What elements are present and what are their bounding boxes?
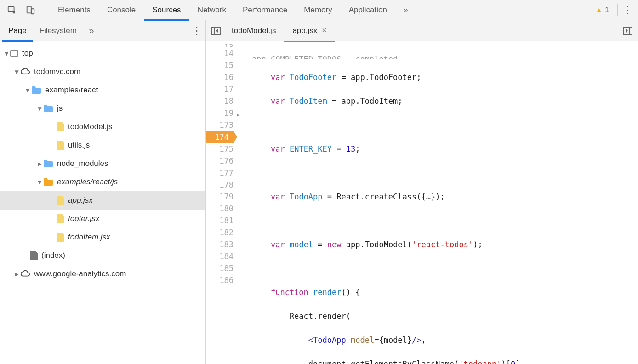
tab-performance[interactable]: Performance	[234, 0, 296, 20]
warning-icon: ▲	[595, 6, 603, 14]
code-content[interactable]: app.COMPLETED_TODOS completed , var Todo…	[242, 41, 638, 364]
svg-rect-2	[31, 9, 34, 14]
tree-label: js	[57, 104, 63, 113]
kebab-menu-icon[interactable]: ⋮	[621, 4, 634, 16]
line-number[interactable]: 15	[206, 59, 234, 71]
folder-icon	[31, 85, 41, 95]
toggle-navigator-icon[interactable]	[209, 23, 223, 38]
editor-tab-strip: todoModel.js app.jsx ×	[206, 20, 638, 41]
tree-node-file[interactable]: todoItem.jsx	[0, 228, 205, 246]
line-number[interactable]: 16	[206, 71, 234, 83]
line-number[interactable]: 182	[206, 227, 234, 239]
tree-node-folder[interactable]: ▾ examples/react	[0, 81, 205, 99]
tree-node-domain[interactable]: ▾ todomvc.com	[0, 63, 205, 81]
line-number[interactable]: 184	[206, 250, 234, 262]
code-line: var TodoItem = app.TodoItem;	[252, 95, 638, 107]
file-tab-label: todoModel.js	[232, 26, 276, 35]
expand-icon[interactable]: ▾	[36, 104, 43, 114]
tab-sources[interactable]: Sources	[144, 0, 189, 20]
sidebar-tab-filesystem[interactable]: Filesystem	[33, 20, 83, 41]
tree-node-file[interactable]: app.jsx	[0, 191, 205, 210]
file-tab[interactable]: app.jsx ×	[284, 20, 335, 41]
tree-node-file[interactable]: (index)	[0, 246, 205, 265]
line-number-breakpoint[interactable]: 174	[206, 131, 237, 143]
tab-network[interactable]: Network	[189, 0, 234, 20]
code-line: var ENTER_KEY = 13;	[252, 143, 638, 155]
tab-application[interactable]: Application	[341, 0, 395, 20]
tree-node-top[interactable]: ▾ top	[0, 44, 205, 63]
editor-area: todoModel.js app.jsx × 13 14 15 16 17 18…	[206, 20, 638, 364]
more-tabs-chevron-icon[interactable]: »	[395, 0, 416, 20]
inspect-element-icon[interactable]	[4, 2, 20, 18]
file-icon	[57, 214, 64, 223]
sidebar-more-chevron-icon[interactable]: »	[83, 25, 100, 36]
expand-icon[interactable]: ▾	[36, 177, 43, 187]
line-number[interactable]: 181	[206, 215, 234, 227]
line-number[interactable]: 176	[206, 155, 234, 167]
code-editor[interactable]: 13 14 15 16 17 18 19▸ 173 174 175 176 17…	[206, 41, 638, 364]
frame-icon	[10, 50, 18, 57]
toggle-debugger-icon[interactable]	[621, 23, 635, 38]
line-number[interactable]: 17	[206, 83, 234, 95]
code-line: document.getElementsByClassName('todoapp…	[252, 358, 638, 364]
line-number[interactable]: 13	[206, 41, 234, 47]
file-tab-label: app.jsx	[292, 26, 317, 35]
tree-label: (index)	[41, 251, 65, 260]
line-number[interactable]: 185	[206, 262, 234, 274]
expand-icon[interactable]: ▾	[3, 49, 10, 58]
tree-node-folder[interactable]: ▸ node_modules	[0, 154, 205, 173]
main-panel-tabs: Elements Console Sources Network Perform…	[50, 0, 416, 20]
sidebar-tab-strip: Page Filesystem » ⋮	[0, 20, 205, 41]
cloud-icon	[20, 269, 30, 279]
tree-label: footer.jsx	[68, 214, 99, 223]
tree-node-file[interactable]: footer.jsx	[0, 210, 205, 228]
line-number[interactable]: 18	[206, 95, 234, 107]
fold-icon[interactable]: ▸	[236, 109, 240, 121]
device-mode-icon[interactable]	[22, 2, 39, 18]
code-line	[252, 215, 638, 227]
tree-node-file[interactable]: todoModel.js	[0, 118, 205, 136]
collapse-icon[interactable]: ▸	[36, 159, 43, 169]
tree-label: app.jsx	[68, 196, 93, 205]
tree-node-folder[interactable]: ▾ examples/react/js	[0, 173, 205, 191]
devtools-toolbar: Elements Console Sources Network Perform…	[0, 0, 638, 20]
expand-icon[interactable]: ▾	[24, 85, 31, 95]
tree-node-domain[interactable]: ▸ www.google-analytics.com	[0, 265, 205, 283]
sidebar-tab-page[interactable]: Page	[2, 20, 33, 41]
file-icon	[57, 233, 64, 242]
code-line: var model = new app.TodoModel('react-tod…	[252, 239, 638, 250]
sources-sidebar: Page Filesystem » ⋮ ▾ top ▾ todomvc.com …	[0, 20, 206, 364]
line-number[interactable]: 173	[206, 119, 234, 131]
sidebar-kebab-icon[interactable]: ⋮	[190, 25, 204, 37]
file-tab[interactable]: todoModel.js	[223, 20, 284, 41]
tree-label: utils.js	[68, 141, 90, 150]
line-number[interactable]: 180	[206, 203, 234, 215]
line-number[interactable]: 177	[206, 167, 234, 179]
tree-label: todoModel.js	[68, 122, 112, 131]
divider	[617, 4, 618, 16]
line-number[interactable]: 179	[206, 191, 234, 203]
gutter[interactable]: 13 14 15 16 17 18 19▸ 173 174 175 176 17…	[206, 41, 242, 364]
svg-rect-0	[8, 6, 14, 11]
tab-elements[interactable]: Elements	[50, 0, 99, 20]
line-number[interactable]: 186	[206, 274, 234, 286]
main-body: Page Filesystem » ⋮ ▾ top ▾ todomvc.com …	[0, 20, 638, 364]
tree-node-file[interactable]: utils.js	[0, 136, 205, 154]
code-line: <TodoApp model={model}/>,	[252, 334, 638, 346]
code-line: var TodoFooter = app.TodoFooter;	[252, 71, 638, 83]
tab-memory[interactable]: Memory	[296, 0, 340, 20]
warnings-indicator[interactable]: ▲ 1	[590, 6, 615, 14]
close-icon[interactable]: ×	[322, 26, 327, 35]
line-number[interactable]: 175	[206, 143, 234, 155]
line-number[interactable]: 14	[206, 47, 234, 59]
file-tree: ▾ top ▾ todomvc.com ▾ examples/react ▾ j…	[0, 41, 205, 364]
collapse-icon[interactable]: ▸	[13, 269, 20, 279]
line-number[interactable]: 178	[206, 179, 234, 191]
line-number[interactable]: 183	[206, 239, 234, 250]
line-number[interactable]: 19▸	[206, 107, 234, 119]
file-icon	[57, 196, 64, 205]
expand-icon[interactable]: ▾	[13, 67, 20, 77]
tree-node-folder[interactable]: ▾ js	[0, 99, 205, 118]
tab-console[interactable]: Console	[99, 0, 144, 20]
folder-icon	[43, 103, 53, 114]
